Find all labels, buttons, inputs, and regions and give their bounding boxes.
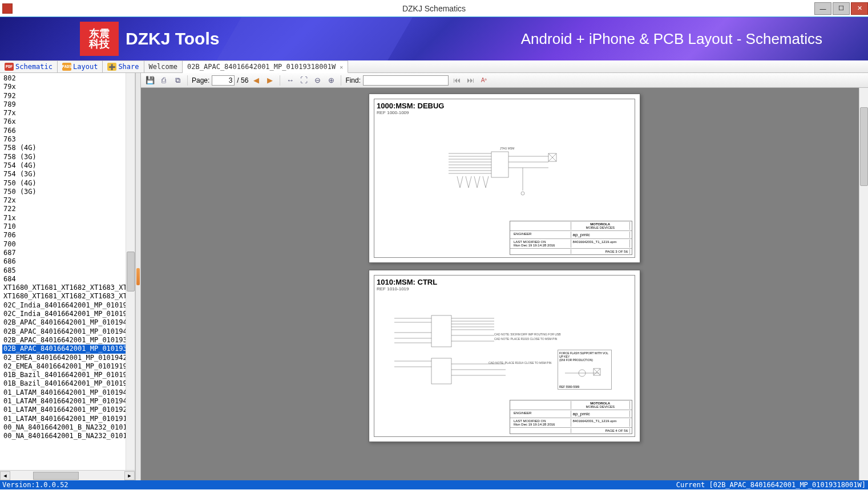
- fit-width-button[interactable]: ↔: [284, 75, 296, 86]
- tree-item[interactable]: 02C_India_84016642001_MP_01019234001W: [2, 301, 135, 310]
- page-input[interactable]: [212, 75, 235, 86]
- tree-item[interactable]: 758 (4G): [2, 144, 135, 152]
- sidebar: 80279x79278977x76x766763758 (4G)758 (3G)…: [0, 73, 135, 480]
- fit-page-button[interactable]: ⛶: [298, 75, 309, 86]
- scroll-track[interactable]: [10, 471, 124, 480]
- splitter[interactable]: [135, 73, 141, 480]
- tree-item[interactable]: 00_NA_84016642001_B_NA232_01019425001W: [2, 423, 135, 432]
- doc-tab-current[interactable]: 02B_APAC_84016642001_MP_01019318001W ✕: [183, 60, 348, 73]
- scrollbar-thumb[interactable]: [33, 472, 79, 480]
- tree-item[interactable]: 750 (3G): [2, 188, 135, 196]
- tree-item[interactable]: XT1680_XT1681_XT1682_XT1683_XT1684_XT1: [2, 284, 135, 292]
- tree-item[interactable]: 750 (4G): [2, 179, 135, 188]
- scrollbar-thumb[interactable]: [127, 252, 135, 291]
- svg-text:JTAG MSM: JTAG MSM: [500, 147, 514, 150]
- splitter-grip-icon: [136, 268, 140, 285]
- tree-item[interactable]: 72x: [2, 196, 135, 205]
- pdf-icon: PDF: [5, 63, 14, 71]
- print-button[interactable]: ⎙: [158, 75, 169, 86]
- scroll-left-button[interactable]: ◄: [0, 471, 10, 480]
- tree-item[interactable]: 700: [2, 240, 135, 249]
- tree-item[interactable]: 684: [2, 275, 135, 284]
- pdf-page[interactable]: 1000:MSM: DEBUG REF 1000-1009 JTAG MSM: [369, 94, 640, 263]
- banner-subtitle: Android + iPhone & PCB Layout - Schemati…: [521, 30, 822, 48]
- find-prev-button[interactable]: ⏮: [451, 75, 462, 86]
- zoom-out-button[interactable]: ⊖: [312, 75, 323, 86]
- tree-item[interactable]: 71x: [2, 214, 135, 222]
- separator: [187, 75, 188, 86]
- tree-item[interactable]: 758 (3G): [2, 153, 135, 161]
- scrollbar-thumb[interactable]: [860, 107, 868, 186]
- close-icon[interactable]: ✕: [340, 64, 343, 70]
- tree-item[interactable]: 766: [2, 127, 135, 135]
- maximize-button[interactable]: ☐: [833, 2, 850, 15]
- tree-item[interactable]: 685: [2, 266, 135, 275]
- tab-layout[interactable]: PADS Layout: [58, 60, 103, 72]
- tab-label: Welcome: [149, 63, 178, 71]
- tree-item[interactable]: 802: [2, 74, 135, 83]
- cad-note: CAD NOTE: PLACE R1014 CLOSE TO MSM PIN: [488, 361, 551, 365]
- status-current: Current [02B_APAC_84016642001_MP_0101931…: [676, 481, 866, 489]
- tree-item[interactable]: 01_LATAM_84016642001_MP_01019226001W: [2, 406, 135, 414]
- find-input[interactable]: [363, 75, 449, 86]
- zoom-in-button[interactable]: ⊕: [325, 75, 337, 86]
- tree-item[interactable]: 687: [2, 249, 135, 257]
- tab-schematic[interactable]: PDF Schematic: [0, 60, 58, 72]
- tree-item[interactable]: 02_EMEA_84016642001_MP_01019195001W: [2, 362, 135, 371]
- tree-item[interactable]: 02B_APAC_84016642001_MP_01019318001W: [2, 345, 135, 353]
- minimize-button[interactable]: —: [814, 2, 831, 15]
- tree-item[interactable]: 77x: [2, 109, 135, 118]
- pdf-canvas[interactable]: 1000:MSM: DEBUG REF 1000-1009 JTAG MSM: [141, 88, 868, 480]
- file-tree[interactable]: 80279x79278977x76x766763758 (4G)758 (3G)…: [0, 73, 135, 470]
- doc-tab-welcome[interactable]: Welcome: [144, 60, 183, 72]
- tab-share[interactable]: ➕ Share: [103, 60, 144, 72]
- save-button[interactable]: 💾: [144, 75, 156, 86]
- tree-item[interactable]: 01B_Bazil_84016642001_MP_01019227001W: [2, 379, 135, 388]
- page-ref: REF 1000-1009: [377, 110, 632, 115]
- logo-text-top: 东震: [89, 29, 110, 39]
- tree-item[interactable]: 76x: [2, 118, 135, 126]
- tree-item[interactable]: 706: [2, 231, 135, 240]
- tree-item[interactable]: 00_NA_84016642001_B_NA232_01019320001W: [2, 432, 135, 440]
- copy-button[interactable]: ⧉: [172, 75, 183, 86]
- tree-item[interactable]: 763: [2, 135, 135, 144]
- tree-item[interactable]: 710: [2, 222, 135, 231]
- tree-item[interactable]: 02C_India_84016642001_MP_01019233001W: [2, 310, 135, 318]
- cad-note: CAD NOTE: PLACE R1015 CLOSE TO MSM PIN: [494, 337, 557, 341]
- tree-scrollbar-vertical[interactable]: [126, 73, 135, 470]
- tree-item[interactable]: 01B_Bazil_84016642001_MP_01019424001W: [2, 371, 135, 379]
- next-page-button[interactable]: ▶: [264, 75, 276, 86]
- tree-item[interactable]: 02_EMEA_84016642001_MP_01019422001W: [2, 354, 135, 362]
- banner-title: DZKJ Tools: [126, 29, 219, 48]
- tree-item[interactable]: 722: [2, 205, 135, 213]
- tab-label: Share: [118, 63, 139, 71]
- pdf-page[interactable]: 1010:MSM: CTRL REF 1010-1019: [369, 270, 640, 442]
- logo-icon: 东震 科技: [80, 22, 119, 56]
- tree-scrollbar-horizontal[interactable]: ◄ ►: [0, 470, 135, 480]
- tab-strip: PDF Schematic PADS Layout ➕ Share Welcom…: [0, 60, 868, 73]
- close-button[interactable]: ✕: [851, 2, 868, 15]
- tree-item[interactable]: 754 (4G): [2, 161, 135, 170]
- page-ref: REF 1010-1019: [377, 286, 632, 291]
- match-case-button[interactable]: Aᵃ: [478, 75, 490, 86]
- tree-item[interactable]: 02B_APAC_84016642001_MP_01019319001W: [2, 336, 135, 345]
- page-heading: 1010:MSM: CTRL: [377, 278, 632, 286]
- tree-item[interactable]: 789: [2, 100, 135, 109]
- viewer-scrollbar-vertical[interactable]: [859, 88, 868, 480]
- app-banner: 东震 科技 DZKJ Tools Android + iPhone & PCB …: [0, 17, 868, 60]
- tree-item[interactable]: 01_LATAM_84016642001_MP_01019193001W: [2, 415, 135, 423]
- tree-item[interactable]: 02B_APAC_84016642001_MP_01019420001W: [2, 318, 135, 327]
- tree-item[interactable]: 79x: [2, 83, 135, 91]
- tree-item[interactable]: 01_LATAM_84016642001_MP_01019421001W: [2, 397, 135, 406]
- tree-item[interactable]: XT1680_XT1681_XT1682_XT1683_XT1684_XT1: [2, 292, 135, 301]
- tree-item[interactable]: 754 (3G): [2, 170, 135, 179]
- tree-item[interactable]: 01_LATAM_84016642001_MP_01019423001W: [2, 388, 135, 397]
- tab-label: Schematic: [15, 63, 53, 71]
- prev-page-button[interactable]: ◀: [251, 75, 262, 86]
- scroll-right-button[interactable]: ►: [124, 471, 135, 480]
- tree-item[interactable]: 686: [2, 257, 135, 266]
- tree-item[interactable]: 02B_APAC_84016642001_MP_01019419001W: [2, 327, 135, 336]
- find-next-button[interactable]: ⏭: [465, 75, 476, 86]
- tree-item[interactable]: 792: [2, 92, 135, 100]
- find-label: Find:: [345, 76, 361, 84]
